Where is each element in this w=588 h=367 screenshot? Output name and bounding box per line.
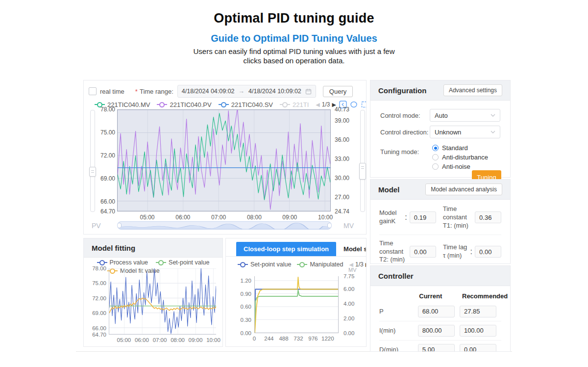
setpoint-legend-marker-icon bbox=[156, 260, 166, 265]
model-gain-input[interactable]: 0.19 bbox=[410, 211, 436, 223]
mv-axis-name: MV bbox=[343, 222, 354, 230]
model-t2-row: Time constant T2: (min) 0.00 Time lag τ … bbox=[379, 235, 501, 264]
legend-item-sim-setpoint[interactable]: Set-point value bbox=[238, 261, 291, 268]
right-axis-slider[interactable] bbox=[360, 110, 365, 212]
dimmed-legend-marker-icon bbox=[280, 102, 290, 107]
legend-label: 221TIC040.SV bbox=[231, 101, 273, 108]
legend-item-221ti[interactable]: 221TI bbox=[280, 101, 309, 108]
control-direction-label: Control direction: bbox=[380, 129, 430, 136]
page-description: Users can easily find optimal PID tuning… bbox=[0, 47, 588, 66]
datazoom-brush[interactable] bbox=[117, 221, 332, 230]
current-column-header: Current bbox=[419, 293, 462, 300]
legend-label: Process value bbox=[110, 259, 148, 266]
right-axis-slider-handle[interactable] bbox=[359, 163, 366, 180]
row-label: I(min) bbox=[379, 327, 418, 334]
control-mode-select[interactable]: Auto bbox=[430, 109, 500, 122]
legend-item-manipulated[interactable]: Manipulated bbox=[297, 261, 343, 268]
tab-model-step-simulation[interactable]: Model step si bbox=[336, 242, 367, 256]
sv-legend-marker-icon bbox=[219, 102, 229, 107]
sim-x-axis: 02444887329761220 bbox=[254, 336, 339, 342]
zoom-oval-icon[interactable] bbox=[350, 101, 358, 108]
sim-legend-row: Set-point value Manipulated ◀ 1/3 ▶ bbox=[238, 261, 367, 268]
page-subtitle: Guide to Optimal PID Tuning Values bbox=[0, 33, 588, 44]
d-current-input[interactable]: 5.00 bbox=[418, 344, 455, 352]
left-axis-slider[interactable] bbox=[90, 110, 95, 212]
trend-right-axis: 40.7339.0036.0033.0030.0027.0024.74 bbox=[333, 109, 352, 211]
table-row: D(min) 5.00 0.00 bbox=[379, 341, 501, 352]
trend-chart-plot bbox=[117, 109, 331, 211]
control-direction-row: Control direction: Unknown bbox=[380, 126, 500, 138]
lag-input[interactable]: 0.00 bbox=[475, 246, 501, 258]
legend-label: 221TIC040.PV bbox=[170, 101, 211, 108]
separator: : bbox=[470, 247, 472, 256]
query-button[interactable]: Query bbox=[323, 86, 353, 97]
sim-setpoint-legend-marker-icon bbox=[238, 262, 248, 267]
legend-label: Set-point value bbox=[250, 261, 291, 268]
radio-selected-icon[interactable] bbox=[432, 145, 439, 151]
tuning-option-anti-disturbance[interactable]: Anti-disturbance bbox=[432, 153, 488, 162]
trend-x-axis: 05:0006:0007:0008:0009:0010:00 bbox=[117, 214, 331, 221]
pager-text: 1/3 bbox=[322, 101, 330, 108]
control-mode-row: Control mode: Auto bbox=[380, 109, 500, 122]
model-advanced-analysis-button[interactable]: Model advanced analysis bbox=[425, 184, 502, 195]
realtime-checkbox[interactable] bbox=[89, 87, 97, 95]
calendar-icon[interactable] bbox=[305, 88, 312, 95]
legend-item-pv[interactable]: 221TIC040.PV bbox=[157, 101, 211, 108]
page-header: Optimal PID tuning guide Guide to Optima… bbox=[0, 0, 588, 66]
time-range-input[interactable]: 4/18/2024 04:09:02 → 4/18/2024 10:09:02 bbox=[177, 85, 316, 98]
model-fitting-header: Model fitting bbox=[84, 238, 222, 258]
d-recommended-input[interactable]: 0.00 bbox=[460, 344, 496, 352]
model-gain-row: Model gainK : 0.19 Time constant T1: (mi… bbox=[379, 201, 501, 235]
separator: : bbox=[405, 213, 407, 222]
fitting-chart-plot bbox=[109, 268, 216, 335]
i-current-input[interactable]: 800.00 bbox=[418, 325, 455, 337]
model-title: Model bbox=[378, 185, 399, 194]
sim-mv-axis-name: MV bbox=[348, 267, 357, 273]
t2-label: Time constant T2: (min) bbox=[379, 239, 410, 264]
chevron-down-icon bbox=[490, 131, 495, 133]
tuning-option-standard[interactable]: Standard bbox=[432, 143, 488, 153]
table-row: P 68.00 27.85 bbox=[379, 302, 501, 321]
advanced-settings-button[interactable]: Advanced settings bbox=[443, 84, 502, 96]
left-axis-slider-handle[interactable] bbox=[89, 167, 96, 177]
time-range-label: Time range: bbox=[140, 88, 173, 95]
model-header: Model Model advanced analysis bbox=[370, 180, 510, 200]
sim-chart-plot bbox=[254, 276, 339, 333]
controller-header: Controller bbox=[370, 266, 510, 286]
radio-icon[interactable] bbox=[432, 163, 439, 170]
legend-item-sv[interactable]: 221TIC040.SV bbox=[219, 101, 273, 108]
pv-axis-name: PV bbox=[92, 222, 101, 230]
p-recommended-input[interactable]: 27.85 bbox=[460, 306, 496, 317]
p-current-input[interactable]: 68.00 bbox=[418, 306, 455, 317]
control-mode-value: Auto bbox=[435, 112, 448, 119]
pager-next-icon[interactable]: ▶ bbox=[366, 262, 367, 268]
trend-panel: real time * Time range: 4/18/2024 04:09:… bbox=[83, 80, 367, 235]
row-label: P bbox=[379, 308, 418, 315]
box-select-icon[interactable] bbox=[361, 101, 367, 108]
controller-panel: Controller Current Recommended P 68.00 2… bbox=[370, 265, 511, 352]
t1-input[interactable]: 0.36 bbox=[475, 211, 501, 223]
simulation-panel: Closed-loop step simulation Model step s… bbox=[225, 238, 367, 347]
simulation-tabs: Closed-loop step simulation Model step s… bbox=[226, 238, 366, 257]
pager-prev-icon[interactable]: ◀ bbox=[316, 102, 319, 108]
radio-icon[interactable] bbox=[432, 154, 439, 160]
chevron-down-icon bbox=[490, 114, 495, 117]
trend-left-axis: 78.0075.0072.0069.0066.0064.70 bbox=[97, 109, 115, 211]
range-arrow-icon: → bbox=[239, 88, 245, 95]
table-row: I(min) 800.00 100.00 bbox=[379, 321, 501, 341]
option-label: Anti-disturbance bbox=[442, 154, 488, 161]
time-to-value[interactable]: 4/18/2024 10:09:02 bbox=[248, 88, 301, 95]
page-title: Optimal PID tuning guide bbox=[0, 11, 588, 26]
legend-item-setpoint[interactable]: Set-point value bbox=[156, 259, 209, 266]
fitting-legend-row1: Process value Set-point value bbox=[84, 259, 222, 266]
page: Optimal PID tuning guide Guide to Optima… bbox=[0, 0, 588, 367]
control-direction-select[interactable]: Unknown bbox=[430, 126, 500, 138]
i-recommended-input[interactable]: 100.00 bbox=[460, 325, 496, 337]
legend-item-process[interactable]: Process value bbox=[97, 259, 148, 266]
time-from-value[interactable]: 4/18/2024 04:09:02 bbox=[182, 88, 235, 95]
tab-closed-loop-step-simulation[interactable]: Closed-loop step simulation bbox=[236, 242, 336, 256]
model-panel: Model Model advanced analysis Model gain… bbox=[370, 179, 511, 264]
t2-input[interactable]: 0.00 bbox=[410, 246, 436, 258]
manipulated-legend-marker-icon bbox=[297, 262, 307, 267]
legend-label: Set-point value bbox=[169, 259, 209, 266]
